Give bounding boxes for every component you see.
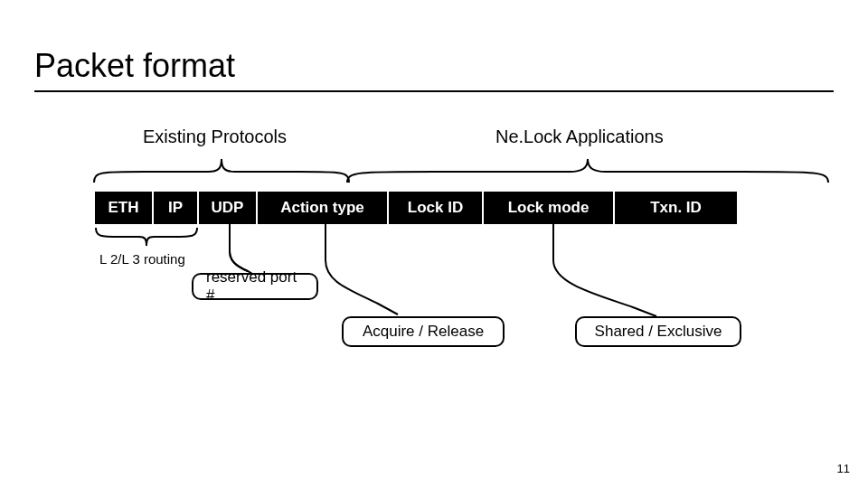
callout-acquire-release: Acquire / Release bbox=[342, 316, 505, 347]
slide-title: Packet format bbox=[34, 47, 235, 85]
cell-lockmode: Lock mode bbox=[484, 192, 615, 224]
cell-action: Action type bbox=[258, 192, 389, 224]
group-label-existing: Existing Protocols bbox=[143, 127, 287, 147]
brace-l2l3 bbox=[92, 226, 201, 249]
page-number: 11 bbox=[837, 462, 850, 475]
group-label-nelock: Ne.Lock Applications bbox=[495, 127, 664, 147]
cell-ip: IP bbox=[154, 192, 199, 224]
brace-nelock bbox=[344, 155, 832, 186]
callout-reserved-port: reserved port # bbox=[192, 273, 318, 300]
cell-eth: ETH bbox=[95, 192, 154, 224]
packet-row: ETH IP UDP Action type Lock ID Lock mode… bbox=[95, 192, 737, 224]
cell-udp: UDP bbox=[199, 192, 258, 224]
connector-shared-exclusive bbox=[542, 224, 669, 325]
cell-lockid: Lock ID bbox=[389, 192, 484, 224]
connector-acquire-release bbox=[307, 224, 416, 325]
title-underline bbox=[34, 90, 834, 92]
cell-txnid: Txn. ID bbox=[615, 192, 737, 224]
callout-shared-exclusive: Shared / Exclusive bbox=[575, 316, 741, 347]
label-l2l3: L 2/L 3 routing bbox=[99, 251, 185, 267]
brace-existing bbox=[90, 155, 353, 186]
